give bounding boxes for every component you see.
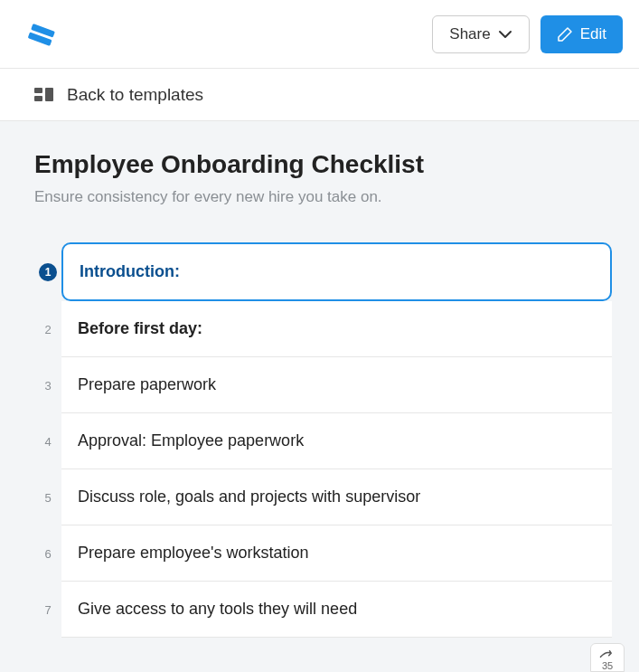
back-link[interactable]: Back to templates	[67, 85, 203, 105]
top-actions: Share Edit	[432, 15, 623, 53]
edit-button[interactable]: Edit	[540, 15, 623, 53]
task-item-approval-paperwork[interactable]: Approval: Employee paperwork	[61, 413, 612, 469]
task-item-workstation[interactable]: Prepare employee's workstation	[61, 525, 612, 582]
task-row: 7 Give access to any tools they will nee…	[34, 582, 612, 638]
nav-bar[interactable]: Back to templates	[0, 69, 639, 121]
page-subtitle: Ensure consistency for every new hire yo…	[34, 188, 612, 206]
svg-rect-2	[34, 88, 42, 93]
templates-icon	[34, 86, 54, 104]
task-number-badge: 1	[39, 263, 57, 281]
pencil-icon	[557, 26, 573, 43]
task-label: Introduction:	[80, 262, 180, 280]
task-label: Give access to any tools they will need	[78, 600, 357, 618]
share-floating-button[interactable]: 35	[590, 643, 625, 672]
task-label: Discuss role, goals and projects with su…	[78, 487, 420, 506]
task-number: 3	[34, 357, 61, 413]
share-label: Share	[449, 25, 490, 43]
task-label: Prepare employee's workstation	[78, 544, 309, 562]
task-row: 6 Prepare employee's workstation	[34, 525, 612, 582]
task-label: Before first day:	[78, 319, 202, 337]
task-label: Prepare paperwork	[78, 375, 216, 393]
task-row: 1 Introduction:	[34, 242, 612, 301]
task-number: 7	[34, 582, 61, 638]
task-item-tools-access[interactable]: Give access to any tools they will need	[61, 582, 612, 638]
task-item-prepare-paperwork[interactable]: Prepare paperwork	[61, 357, 612, 413]
task-number: 1	[34, 242, 61, 301]
share-button[interactable]: Share	[432, 15, 529, 53]
task-number: 6	[34, 525, 61, 582]
task-row: 2 Before first day:	[34, 301, 612, 357]
task-item-before-first-day[interactable]: Before first day:	[61, 301, 612, 357]
task-list: 1 Introduction: 2 Before first day: 3 Pr…	[34, 242, 612, 638]
app-logo	[25, 18, 58, 51]
floating-count: 35	[602, 660, 613, 671]
edit-label: Edit	[580, 25, 606, 43]
svg-rect-3	[34, 96, 42, 101]
page-title: Employee Onboarding Checklist	[34, 150, 612, 179]
task-label: Approval: Employee paperwork	[78, 431, 304, 450]
svg-rect-4	[45, 88, 53, 101]
task-row: 3 Prepare paperwork	[34, 357, 612, 413]
task-row: 5 Discuss role, goals and projects with …	[34, 469, 612, 525]
task-item-introduction[interactable]: Introduction:	[61, 242, 612, 301]
task-row: 4 Approval: Employee paperwork	[34, 413, 612, 469]
task-number: 2	[34, 301, 61, 357]
content-area: Employee Onboarding Checklist Ensure con…	[0, 121, 639, 672]
share-arrow-icon	[598, 648, 616, 660]
task-item-discuss-role[interactable]: Discuss role, goals and projects with su…	[61, 469, 612, 525]
chevron-down-icon	[498, 30, 512, 39]
top-bar: Share Edit	[0, 0, 639, 69]
task-number: 5	[34, 469, 61, 525]
task-number: 4	[34, 413, 61, 469]
